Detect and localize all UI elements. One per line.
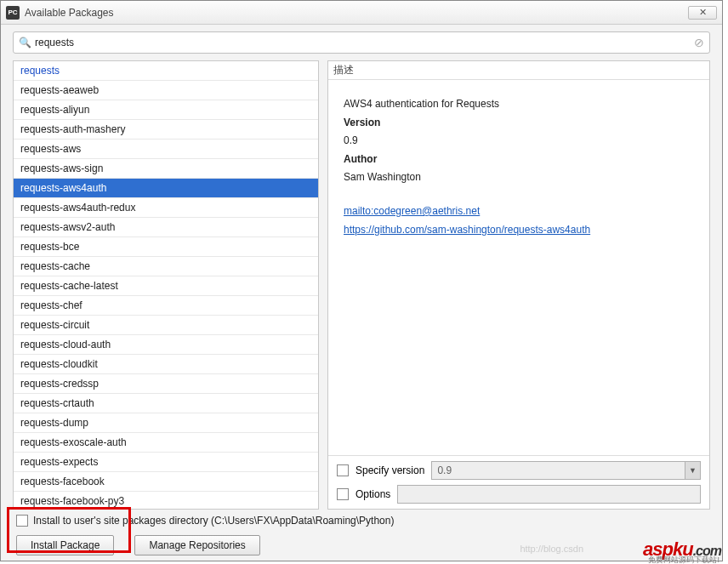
package-row[interactable]: requests-aws4auth-redux	[14, 198, 318, 218]
package-row[interactable]: requests-circuit	[14, 316, 318, 335]
install-user-site-label: Install to user's site packages director…	[33, 515, 394, 527]
package-row[interactable]: requests-aliyun	[14, 100, 318, 120]
app-icon: PC	[6, 6, 20, 20]
dropdown-caret-icon[interactable]: ▼	[685, 462, 700, 479]
package-row[interactable]: requests-auth-mashery	[14, 120, 318, 140]
package-row[interactable]: requests-bce	[14, 237, 318, 257]
watermark-sub: 免费网站源码下载站!	[648, 555, 719, 564]
package-summary: AWS4 authentication for Requests	[344, 95, 694, 114]
options-checkbox[interactable]	[337, 488, 349, 500]
bottom-options: Specify version 0.9 ▼ Options	[328, 455, 709, 509]
search-input[interactable]	[35, 37, 691, 48]
package-row[interactable]: requests-cloudkit	[14, 355, 318, 374]
search-icon: 🔍	[19, 37, 31, 48]
package-row[interactable]: requests-aws	[14, 140, 318, 159]
details-column: 描述 AWS4 authentication for Requests Vers…	[327, 60, 710, 510]
package-row[interactable]: requests-chef	[14, 296, 318, 316]
package-row[interactable]: requests-expects	[14, 453, 318, 472]
specify-version-label: Specify version	[355, 464, 424, 476]
search-box[interactable]: 🔍 ⊘	[13, 31, 710, 54]
manage-repositories-button[interactable]: Manage Repositories	[134, 535, 259, 555]
window-title: Available Packages	[25, 7, 114, 19]
project-url-link[interactable]: https://github.com/sam-washington/reques…	[344, 221, 694, 240]
package-row[interactable]: requests-cache-latest	[14, 276, 318, 296]
package-list-column: ⟳ requestsrequests-aeawebrequests-aliyun…	[13, 60, 319, 510]
description-label: 描述	[328, 61, 709, 80]
dialog-window: PC Available Packages ✕ 🔍 ⊘ ⟳ requestsre…	[0, 0, 723, 561]
specify-version-field[interactable]: 0.9 ▼	[431, 461, 701, 480]
author-value: Sam Washington	[344, 168, 694, 187]
install-user-site-checkbox[interactable]	[16, 515, 28, 527]
package-row[interactable]: requests-aws4auth	[14, 179, 318, 198]
description-body: AWS4 authentication for Requests Version…	[328, 80, 709, 455]
package-row[interactable]: requests	[14, 61, 318, 81]
version-value: 0.9	[344, 132, 694, 151]
package-row[interactable]: requests-facebook-py3	[14, 492, 318, 510]
mailto-link[interactable]: mailto:codegreen@aethris.net	[344, 202, 694, 221]
specify-version-checkbox[interactable]	[337, 464, 349, 476]
package-row[interactable]: requests-crtauth	[14, 394, 318, 413]
title-bar: PC Available Packages ✕	[1, 1, 722, 25]
options-field[interactable]	[397, 485, 701, 504]
package-row[interactable]: requests-aeaweb	[14, 81, 318, 100]
package-row[interactable]: requests-dump	[14, 413, 318, 433]
main-area: ⟳ requestsrequests-aeawebrequests-aliyun…	[1, 59, 722, 510]
package-row[interactable]: requests-awsv2-auth	[14, 218, 318, 237]
author-heading: Author	[344, 151, 694, 169]
search-container: 🔍 ⊘	[1, 25, 722, 59]
footer-area: Install to user's site packages director…	[1, 510, 722, 564]
install-package-button[interactable]: Install Package	[16, 535, 114, 555]
close-button[interactable]: ✕	[688, 6, 717, 20]
package-row[interactable]: requests-exoscale-auth	[14, 433, 318, 453]
package-row[interactable]: requests-facebook	[14, 472, 318, 492]
package-row[interactable]: requests-credssp	[14, 374, 318, 394]
specify-version-value: 0.9	[437, 464, 452, 476]
package-row[interactable]: requests-cloud-auth	[14, 335, 318, 355]
package-list[interactable]: requestsrequests-aeawebrequests-aliyunre…	[13, 60, 319, 510]
options-label: Options	[355, 488, 390, 500]
watermark-url: http://blog.csdn	[520, 544, 583, 554]
clear-search-icon[interactable]: ⊘	[694, 36, 704, 49]
package-row[interactable]: requests-aws-sign	[14, 159, 318, 179]
version-heading: Version	[344, 114, 694, 133]
package-row[interactable]: requests-cache	[14, 257, 318, 276]
